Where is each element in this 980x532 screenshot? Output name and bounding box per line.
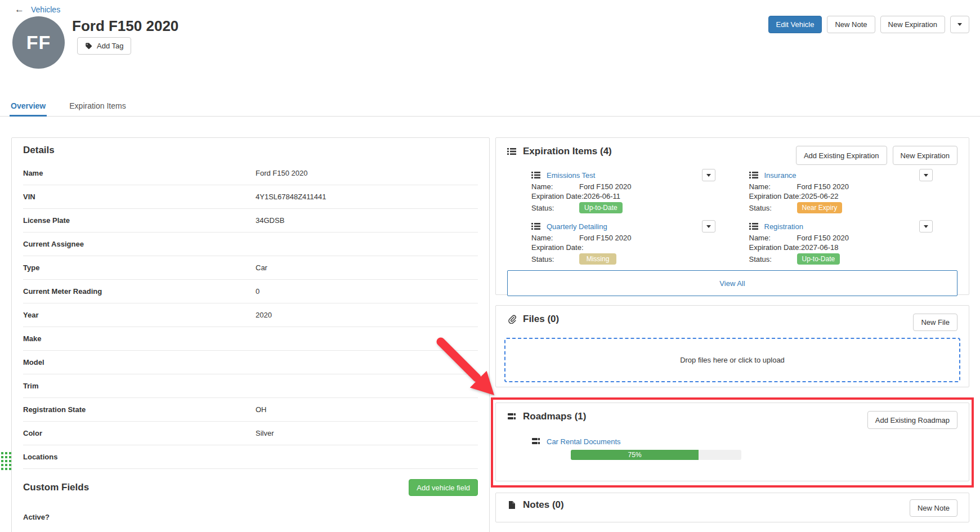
new-note-panel-button[interactable]: New Note <box>910 499 957 517</box>
detail-row-license-plate: License Plate 34GDSB <box>23 209 478 233</box>
expiration-item-link[interactable]: Registration <box>764 222 803 231</box>
file-dropzone[interactable]: Drop files here or click to upload <box>504 338 960 382</box>
notes-heading: Notes (0) <box>523 499 564 511</box>
expiration-item-menu-button[interactable] <box>702 169 715 181</box>
new-file-button[interactable]: New File <box>913 314 957 331</box>
tab-overview[interactable]: Overview <box>11 100 46 116</box>
detail-label: Current Assignee <box>23 240 256 248</box>
notes-panel: Notes (0) New Note <box>495 493 969 522</box>
note-icon <box>507 500 516 509</box>
detail-row-trim: Trim <box>23 374 478 398</box>
page-title: Ford F150 2020 <box>72 17 178 35</box>
name-value: Ford F150 2020 <box>579 182 632 191</box>
detail-value: 4Y1SL67848Z411441 <box>256 193 478 201</box>
list-icon <box>507 147 516 156</box>
name-label: Name: <box>531 182 579 191</box>
detail-row-year: Year 2020 <box>23 303 478 327</box>
status-label: Status: <box>531 203 579 213</box>
detail-row-make: Make <box>23 327 478 351</box>
expiration-item-insurance: Insurance Name:Ford F150 2020 Expiration… <box>749 171 958 213</box>
expiration-item-menu-button[interactable] <box>919 220 933 233</box>
view-all-button[interactable]: View All <box>507 270 957 296</box>
expiration-item-link[interactable]: Emissions Test <box>547 171 595 180</box>
expiration-date-value: 2025-06-22 <box>801 191 839 201</box>
add-vehicle-field-button[interactable]: Add vehicle field <box>409 479 478 496</box>
more-actions-button[interactable] <box>950 16 969 33</box>
header-actions: Edit Vehicle New Note New Expiration <box>768 16 969 33</box>
detail-value: OH <box>256 405 478 414</box>
status-label: Status: <box>531 254 579 264</box>
name-value: Ford F150 2020 <box>797 182 849 191</box>
custom-fields-header: Custom Fields Add vehicle field <box>23 479 478 496</box>
chevron-down-icon <box>924 225 928 228</box>
new-note-button[interactable]: New Note <box>827 16 875 33</box>
detail-value: 34GDSB <box>256 216 478 225</box>
expiration-date-label: Expiration Date: <box>531 243 584 252</box>
new-expiration-panel-button[interactable]: New Expiration <box>893 146 957 165</box>
roadmap-item-link[interactable]: Car Rental Documents <box>547 437 621 446</box>
expiration-date-label: Expiration Date: <box>749 191 802 201</box>
add-existing-roadmap-button[interactable]: Add Existing Roadmap <box>867 411 957 429</box>
status-badge: Missing <box>579 253 616 265</box>
status-label: Status: <box>749 254 797 264</box>
tag-icon <box>85 42 92 50</box>
chevron-down-icon <box>924 174 928 177</box>
detail-label: Year <box>23 311 256 319</box>
back-arrow-icon[interactable]: ← <box>15 5 24 14</box>
detail-row-registration-state: Registration State OH <box>23 398 478 422</box>
status-badge: Up-to-Date <box>579 202 623 213</box>
breadcrumb: ← Vehicles <box>15 5 60 14</box>
expiration-item-link[interactable]: Quarterly Detailing <box>547 222 607 231</box>
detail-label: License Plate <box>23 216 256 225</box>
tab-expiration-items[interactable]: Expiration Items <box>69 100 126 116</box>
details-heading: Details <box>23 145 478 156</box>
expiration-item-menu-button[interactable] <box>702 220 715 233</box>
detail-label: Name <box>23 169 256 177</box>
expiration-items-heading: Expiration Items (4) <box>523 146 612 157</box>
name-label: Name: <box>749 182 797 191</box>
detail-row-type: Type Car <box>23 256 478 280</box>
detail-value: 0 <box>256 287 478 296</box>
status-badge: Near Expiry <box>797 202 843 213</box>
expiration-item-menu-button[interactable] <box>919 169 933 181</box>
files-panel: Files (0) New File Drop files here or cl… <box>495 305 969 387</box>
detail-value: Ford F150 2020 <box>256 169 478 177</box>
name-label: Name: <box>531 233 579 243</box>
detail-label: Trim <box>23 382 256 390</box>
detail-row-current-meter-reading: Current Meter Reading 0 <box>23 280 478 303</box>
vehicle-detail-page: ← Vehicles FF Ford F150 2020 Add Tag Edi… <box>0 0 980 532</box>
expiration-items-panel: Expiration Items (4) Add Existing Expira… <box>495 137 969 295</box>
detail-value: Silver <box>256 429 478 437</box>
chevron-down-icon <box>706 225 711 228</box>
detail-label: Current Meter Reading <box>23 287 256 296</box>
add-tag-button[interactable]: Add Tag <box>77 37 131 55</box>
tab-bar: Overview Expiration Items <box>0 100 980 117</box>
roadmaps-panel: Roadmaps (1) Add Existing Roadmap Car Re… <box>495 403 969 481</box>
feedback-edge-widget[interactable] <box>1 452 11 470</box>
detail-row-model: Model <box>23 351 478 374</box>
chevron-down-icon <box>957 23 962 26</box>
add-tag-label: Add Tag <box>97 42 123 50</box>
new-expiration-button[interactable]: New Expiration <box>880 16 945 33</box>
name-value: Ford F150 2020 <box>579 233 632 243</box>
detail-label: Make <box>23 334 256 343</box>
roadmap-progress-bar: 75% <box>571 450 741 460</box>
status-label: Status: <box>749 203 797 213</box>
expiration-date-value: 2027-06-18 <box>801 243 839 252</box>
roadmap-icon <box>507 412 516 421</box>
list-icon <box>531 222 540 231</box>
chevron-down-icon <box>706 174 711 177</box>
expiration-item-registration: Registration Name:Ford F150 2020 Expirat… <box>749 222 958 265</box>
expiration-date-label: Expiration Date: <box>531 191 584 201</box>
add-existing-expiration-button[interactable]: Add Existing Expiration <box>796 146 887 165</box>
detail-row-locations: Locations <box>23 445 478 469</box>
list-icon <box>749 171 758 180</box>
expiration-item-link[interactable]: Insurance <box>764 171 796 180</box>
vehicles-back-link[interactable]: Vehicles <box>31 5 60 14</box>
detail-label: Type <box>23 263 256 272</box>
list-icon <box>749 222 758 231</box>
detail-label: Locations <box>23 453 256 461</box>
status-badge: Up-to-Date <box>797 253 840 265</box>
edit-vehicle-button[interactable]: Edit Vehicle <box>768 16 822 33</box>
custom-fields-heading: Custom Fields <box>23 482 89 493</box>
